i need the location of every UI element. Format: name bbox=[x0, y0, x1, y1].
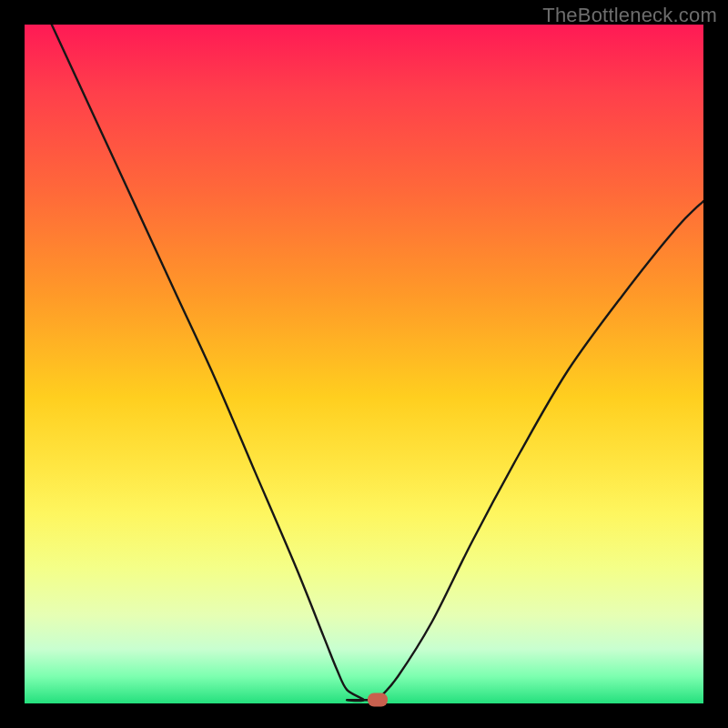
plot-area bbox=[25, 25, 703, 703]
bottleneck-curve bbox=[25, 25, 703, 703]
watermark-text: TheBottleneck.com bbox=[542, 4, 717, 27]
chart-frame: TheBottleneck.com bbox=[0, 0, 728, 728]
optimal-point-marker bbox=[368, 693, 388, 706]
